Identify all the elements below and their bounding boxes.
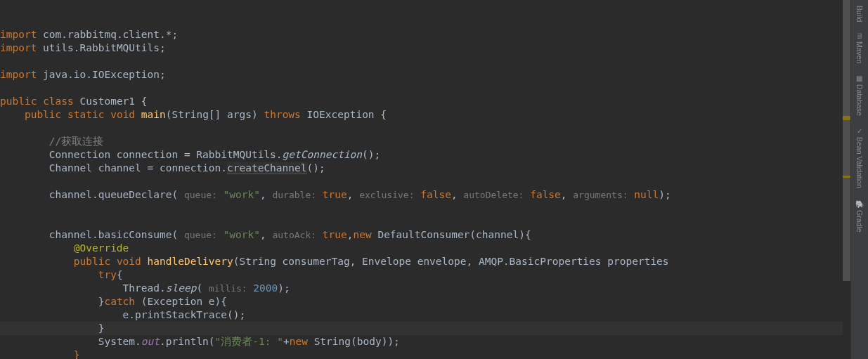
code-token: Connection connection = RabbitMQUtils. [49, 149, 283, 160]
code-token: "work" [217, 189, 260, 200]
code-token: main [141, 109, 166, 120]
code-token: public [74, 256, 110, 267]
gradle-icon: 🐘 [856, 200, 864, 208]
code-token: void [110, 109, 135, 120]
code-token: ); [659, 189, 671, 200]
code-annotation: @Override [74, 242, 129, 254]
code-token: import [0, 42, 37, 53]
maven-icon: m [856, 33, 864, 39]
code-token: Thread. [123, 282, 166, 294]
code-token: void [117, 256, 141, 267]
code-token: false [524, 189, 560, 200]
code-token: String(body)); [308, 336, 400, 347]
sidebar-tab-gradle[interactable]: 🐘Gradle [855, 194, 864, 238]
code-token: (); [307, 162, 325, 174]
code-editor[interactable]: import com.rabbitmq.client.*; import uti… [0, 0, 850, 359]
code-token: catch [104, 296, 135, 307]
current-line-highlight [0, 322, 850, 335]
code-token: DefaultConsumer(channel){ [372, 229, 531, 240]
code-token: } [74, 349, 80, 359]
sidebar-tab-build[interactable]: Build [855, 0, 864, 27]
code-token: import [0, 29, 37, 40]
code-token: handleDelivery [148, 256, 233, 267]
code-token: out [141, 336, 160, 347]
sidebar-tab-bean-validation[interactable]: ✓Bean Validation [855, 122, 864, 194]
code-token: import [0, 69, 37, 80]
code-token: new [353, 229, 371, 240]
code-token: null [628, 189, 659, 200]
code-token: (Exception e){ [135, 296, 227, 307]
sidebar-tab-database[interactable]: ▦Database [855, 69, 864, 122]
code-token: channel.basicConsume( [49, 229, 184, 240]
code-token: try [98, 269, 117, 280]
param-hint: queue: [184, 230, 217, 240]
code-token: (String consumerTag, Envelope envelope, … [233, 256, 669, 267]
code-token: com.rabbitmq.client.*; [37, 29, 178, 40]
code-token: (); [362, 149, 380, 160]
code-token: .println( [160, 336, 215, 347]
code-token: , [260, 229, 272, 240]
code-token: ); [278, 282, 290, 294]
param-hint: autoAck: [272, 230, 316, 240]
code-token: , [451, 189, 463, 200]
code-token: "work" [217, 229, 260, 240]
code-token: , [347, 189, 359, 200]
code-token: IOException { [301, 109, 387, 120]
scrollbar-track[interactable] [843, 0, 850, 359]
code-token: channel.queueDeclare( [49, 189, 184, 200]
database-icon: ▦ [856, 74, 864, 82]
code-token: + [283, 336, 290, 347]
code-token: getConnection [283, 149, 363, 160]
gutter-marker[interactable] [843, 118, 850, 120]
param-hint: queue: [184, 190, 217, 200]
check-icon: ✓ [856, 127, 864, 135]
tool-sidebar: Build mMaven ▦Database ✓Bean Validation … [850, 0, 868, 359]
code-token: public [0, 96, 37, 107]
sidebar-label: Bean Validation [855, 137, 864, 188]
code-token: java.io.IOException; [37, 69, 165, 80]
code-token: new [290, 336, 308, 347]
gutter-marker[interactable] [843, 176, 850, 178]
code-comment: //获取连接 [49, 136, 103, 147]
code-token: Channel channel = connection. [49, 162, 227, 174]
code-token: System. [98, 336, 141, 347]
code-token: { [141, 96, 148, 107]
scrollbar-thumb[interactable] [843, 0, 850, 281]
code-token: true [316, 189, 347, 200]
code-token: e.printStackTrace(); [123, 309, 246, 320]
code-token: utils.RabbitMQUtils; [37, 42, 165, 53]
code-token: createChannel [227, 162, 307, 174]
sidebar-tab-maven[interactable]: mMaven [855, 27, 864, 69]
code-token: false [414, 189, 451, 200]
code-token: Customer1 [74, 96, 141, 107]
sidebar-label: Build [855, 6, 864, 22]
code-token: , [561, 189, 573, 200]
param-hint: exclusive: [359, 190, 414, 200]
code-token: static [67, 109, 104, 120]
sidebar-label: Database [855, 84, 864, 116]
code-token: sleep [166, 282, 197, 294]
param-hint: autoDelete: [463, 190, 524, 200]
code-token: public [25, 109, 61, 120]
code-token: true [316, 229, 347, 240]
sidebar-label: Gradle [855, 210, 864, 233]
param-hint: millis: [209, 283, 247, 294]
code-token: (String[] args) [166, 109, 264, 120]
code-token: ( [196, 282, 208, 294]
param-hint: arguments: [573, 190, 628, 200]
code-token: "消费者-1: " [215, 336, 283, 347]
code-token: } [98, 322, 105, 334]
sidebar-label: Maven [855, 41, 864, 64]
code-token: throws [264, 109, 300, 120]
code-token: , [260, 189, 272, 200]
code-token: 2000 [247, 282, 278, 294]
code-token: { [117, 269, 123, 280]
param-hint: durable: [272, 190, 316, 200]
code-token: class [43, 96, 74, 107]
